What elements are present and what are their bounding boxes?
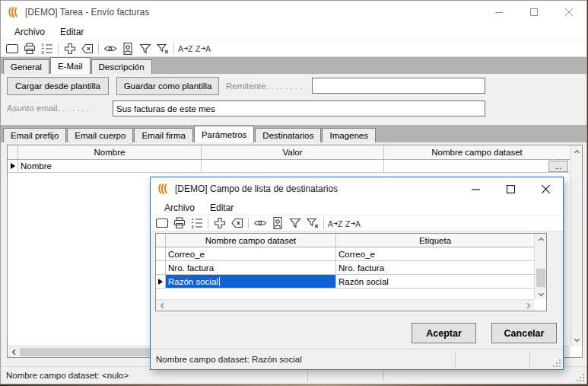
scroll-up-button[interactable] xyxy=(571,145,583,158)
subtab-imagenes[interactable]: Imagenes xyxy=(322,128,376,142)
main-menubar: Archivo Editar xyxy=(1,24,586,40)
load-template-button[interactable]: Cargar desde plantilla xyxy=(7,77,109,95)
grid-vertical-scrollbar[interactable] xyxy=(570,145,582,346)
column-header-nombre[interactable]: Nombre xyxy=(18,145,202,159)
subtab-email-firma[interactable]: Email firma xyxy=(134,128,193,142)
sender-input[interactable] xyxy=(312,78,485,94)
maximize-button[interactable] xyxy=(516,1,551,24)
subtab-parametros[interactable]: Parámetros xyxy=(194,126,254,142)
cell-nombre[interactable]: Nombre xyxy=(18,160,202,172)
cell-field-razon-selected[interactable]: Razón social xyxy=(166,275,336,288)
dialog-grid-vertical-scrollbar[interactable] xyxy=(534,234,546,299)
cell-label-razon[interactable]: Razón social xyxy=(336,275,534,288)
add-button[interactable] xyxy=(61,41,78,56)
dialog-status-text: Nombre campo dataset: Razón social xyxy=(156,355,302,364)
main-tabstrip: General E-Mail Descripción xyxy=(1,57,586,74)
cell-dataset[interactable]: ... xyxy=(384,160,570,172)
dialog-minimize-button[interactable] xyxy=(458,177,493,200)
svg-text:Z: Z xyxy=(345,219,351,228)
tab-general[interactable]: General xyxy=(3,59,49,74)
dialog-close-button[interactable] xyxy=(528,177,563,200)
window-button[interactable] xyxy=(3,41,21,56)
column-header-etiqueta[interactable]: Etiqueta xyxy=(336,234,534,247)
window-icon xyxy=(155,216,169,230)
eye-button[interactable] xyxy=(101,41,119,56)
resize-grip-icon[interactable] xyxy=(553,359,561,368)
close-button[interactable] xyxy=(551,1,586,24)
table-row-selected: Razón social Razón social xyxy=(156,275,534,289)
row-arrow-icon xyxy=(158,279,163,285)
column-header-dataset[interactable]: Nombre campo dataset xyxy=(384,145,570,159)
current-row-indicator xyxy=(8,160,18,172)
tab-email[interactable]: E-Mail xyxy=(50,57,91,74)
filter-clear-icon xyxy=(306,216,319,230)
sort-za-button[interactable]: ZA xyxy=(194,41,211,56)
toolbar-separator xyxy=(173,43,174,54)
filter-button[interactable] xyxy=(136,41,154,56)
filter-button[interactable] xyxy=(286,215,304,231)
dialog-menu-archivo[interactable]: Archivo xyxy=(157,201,202,215)
add-icon xyxy=(213,216,227,230)
scroll-down-button[interactable] xyxy=(571,333,583,346)
chevron-right-icon xyxy=(525,302,532,309)
dialog-menu-editar[interactable]: Editar xyxy=(202,201,241,215)
dialog-maximize-button[interactable] xyxy=(493,177,528,200)
cell-valor[interactable] xyxy=(202,160,384,172)
minimize-button[interactable] xyxy=(482,1,516,24)
main-toolbar: AZZA xyxy=(1,40,586,57)
filter-clear-button[interactable] xyxy=(304,215,321,231)
scroll-up-button[interactable] xyxy=(535,234,547,244)
filter-clear-button[interactable] xyxy=(154,41,171,56)
cancel-button[interactable]: Cancelar xyxy=(491,323,557,343)
accept-button[interactable]: Aceptar xyxy=(412,323,476,343)
subtab-email-prefijo[interactable]: Email prefijo xyxy=(3,128,66,142)
column-header-field[interactable]: Nombre campo dataset xyxy=(166,234,336,247)
user-card-button[interactable] xyxy=(119,41,136,56)
scrollbar-thumb[interactable] xyxy=(536,269,545,287)
recipient-fields-grid: Nombre campo dataset Etiqueta Correo_e C… xyxy=(155,233,547,311)
svg-text:A: A xyxy=(205,44,211,53)
cell-label-factura[interactable]: Nro. factura xyxy=(336,261,534,274)
menu-editar[interactable]: Editar xyxy=(52,25,91,39)
backspace-button[interactable] xyxy=(228,215,246,231)
scroll-left-button[interactable] xyxy=(156,300,168,311)
column-header-valor[interactable]: Valor xyxy=(202,145,384,159)
chevron-up-icon xyxy=(538,236,545,243)
cell-field-factura[interactable]: Nro. factura xyxy=(166,261,336,274)
sort-az-button[interactable]: AZ xyxy=(326,215,344,231)
menu-archivo[interactable]: Archivo xyxy=(7,25,52,39)
svg-text:A: A xyxy=(178,44,183,53)
scroll-left-button[interactable] xyxy=(8,346,20,358)
printer-button[interactable] xyxy=(21,41,38,56)
table-row: Correo_e Correo_e xyxy=(156,247,534,261)
scroll-right-button[interactable] xyxy=(522,300,534,311)
backspace-button[interactable] xyxy=(78,41,96,56)
subtab-destinatarios[interactable]: Destinatarios xyxy=(255,128,321,142)
subject-input[interactable] xyxy=(113,100,485,116)
eye-button[interactable] xyxy=(251,215,269,231)
dialog-grid-horizontal-scrollbar[interactable] xyxy=(156,299,534,311)
numbered-list-button[interactable] xyxy=(38,41,56,56)
chevron-down-icon xyxy=(538,291,545,298)
scroll-down-button[interactable] xyxy=(535,289,547,299)
printer-button[interactable] xyxy=(170,215,188,231)
cell-label-correo[interactable]: Correo_e xyxy=(336,247,534,260)
add-button[interactable] xyxy=(211,215,228,231)
dialog-titlebar: [DEMO] Campo de lista de destinatarios xyxy=(151,177,563,200)
table-row: Nombre ... xyxy=(8,160,570,173)
dataset-lookup-button[interactable]: ... xyxy=(548,161,568,172)
sort-az-icon: AZ xyxy=(178,43,193,54)
sort-za-button[interactable]: ZA xyxy=(344,215,361,231)
user-card-button[interactable] xyxy=(269,215,286,231)
minimize-icon xyxy=(472,185,480,193)
tab-descripcion[interactable]: Descripción xyxy=(91,59,152,74)
sort-az-button[interactable]: AZ xyxy=(176,41,194,56)
save-template-button[interactable]: Guardar como plantilla xyxy=(116,77,219,95)
sort-az-icon: AZ xyxy=(328,218,343,229)
cell-field-correo[interactable]: Correo_e xyxy=(166,247,336,260)
window-button[interactable] xyxy=(153,215,170,231)
table-row: Nro. factura Nro. factura xyxy=(156,261,534,275)
resize-grip-icon[interactable] xyxy=(577,374,585,382)
subtab-email-cuerpo[interactable]: Email cuerpo xyxy=(67,128,133,142)
numbered-list-button[interactable] xyxy=(188,215,205,231)
